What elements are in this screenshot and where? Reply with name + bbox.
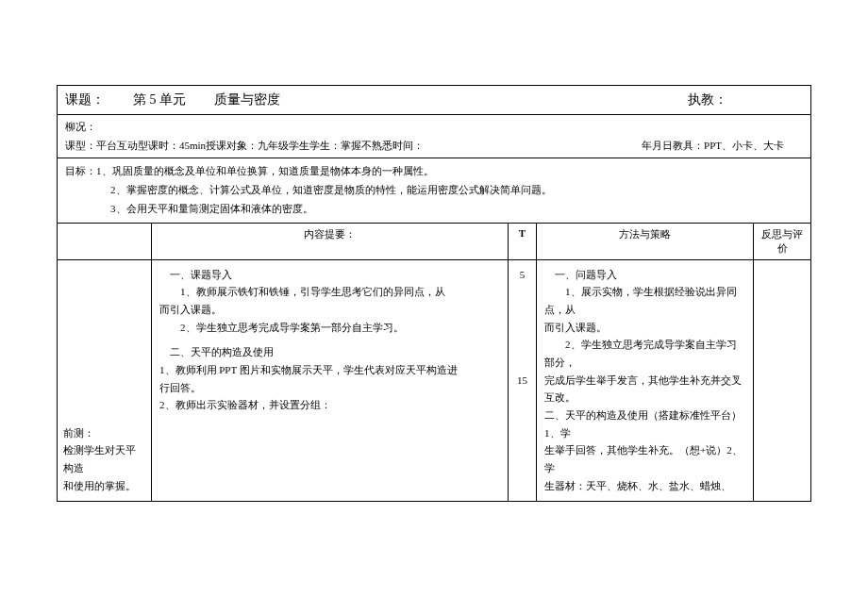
- col-header-t: T: [509, 224, 537, 259]
- content-sec2-item1b: 行回答。: [159, 379, 500, 397]
- col-header-assess: [58, 224, 152, 259]
- col-header-reflect: 反思与评价: [754, 224, 810, 259]
- spacer: [159, 336, 500, 343]
- content-cell: 一、课题导入 1、教师展示铁钉和铁锤，引导学生思考它们的异同点，从 而引入课题。…: [152, 260, 509, 501]
- meta-right: 年月日教具：PPT、小卡、大卡: [642, 138, 784, 155]
- time-val2: 15: [512, 372, 532, 390]
- objectives-row: 目标：1、巩固质量的概念及单位和单位换算，知道质量是物体本身的一种属性。 2、掌…: [58, 158, 810, 223]
- teacher-label: 执教：: [688, 91, 727, 108]
- table-body-row: 前测： 检测学生对天平构造 和使用的掌握。 一、课题导入 1、教师展示铁钉和铁锤…: [58, 260, 810, 501]
- content-sec1-item1: 1、教师展示铁钉和铁锤，引导学生思考它们的异同点，从: [159, 283, 500, 301]
- content-sec1-item2: 2、学生独立思考完成导学案第一部分自主学习。: [159, 319, 500, 337]
- pretest-cell: 前测： 检测学生对天平构造 和使用的掌握。: [58, 260, 152, 501]
- objective-3: 3、会用天平和量筒测定固体和液体的密度。: [65, 200, 803, 219]
- pretest-line3: 和使用的掌握。: [63, 477, 145, 495]
- topic-label: 课题：: [65, 91, 105, 108]
- method-sec1-item2b: 完成后学生举手发言，其他学生补充并交叉互改。: [544, 372, 745, 407]
- content-sec2-item2: 2、教师出示实验器材，并设置分组：: [159, 396, 500, 414]
- method-sec1-title: 一、问题导入: [544, 266, 745, 284]
- pretest-line1: 前测：: [63, 424, 145, 442]
- time-spacer: [512, 285, 532, 341]
- subject-title: 质量与密度: [214, 91, 280, 108]
- method-sec2-line2: 生举手回答，其他学生补充。（想+说）2、学: [544, 441, 745, 476]
- method-cell: 一、问题导入 1、展示实物，学生根据经验说出异同点，从 而引入课题。 2、学生独…: [537, 260, 754, 501]
- col-header-content: 内容提要：: [152, 224, 509, 259]
- method-sec1-item1b: 而引入课题。: [544, 319, 745, 337]
- method-sec2-line3: 生器材：天平、烧杯、水、盐水、蜡烛、: [544, 477, 745, 495]
- table-header-row: 内容提要： T 方法与策略 反思与评价: [58, 224, 810, 260]
- col-header-method: 方法与策略: [537, 224, 754, 259]
- objective-2: 2、掌握密度的概念、计算公式及单位，知道密度是物质的特性，能运用密度公式解决简单…: [65, 181, 803, 200]
- objective-1: 目标：1、巩固质量的概念及单位和单位换算，知道质量是物体本身的一种属性。: [65, 162, 803, 181]
- unit-title: 第 5 单元: [133, 91, 186, 108]
- meta-line2: 课型：平台互动型课时：45min授课对象：九年级学生学生：掌握不熟悉时间： 年月…: [65, 138, 803, 155]
- reflect-cell: [754, 260, 810, 501]
- meta-row: 柳况： 课型：平台互动型课时：45min授课对象：九年级学生学生：掌握不熟悉时间…: [58, 115, 810, 158]
- pretest-line2: 检测学生对天平构造: [63, 441, 145, 476]
- meta-line1: 柳况：: [65, 119, 803, 136]
- time-spacer2: [512, 341, 532, 372]
- header-row: 课题： 第 5 单元 质量与密度 执教：: [58, 86, 810, 115]
- method-sec1-item1: 1、展示实物，学生根据经验说出异同点，从: [544, 283, 745, 318]
- method-sec2-line1: 二、天平的构造及使用（搭建标准性平台）1、学: [544, 407, 745, 441]
- content-sec2-title: 二、天平的构造及使用: [159, 343, 500, 361]
- time-cell: 5 15: [509, 260, 537, 501]
- method-sec1-item2: 2、学生独立思考完成导学案自主学习部分，: [544, 336, 745, 371]
- meta-left: 课型：平台互动型课时：45min授课对象：九年级学生学生：掌握不熟悉时间：: [65, 138, 642, 155]
- content-sec1-title: 一、课题导入: [159, 266, 500, 284]
- lesson-plan-table: 课题： 第 5 单元 质量与密度 执教： 柳况： 课型：平台互动型课时：45mi…: [57, 85, 811, 502]
- time-val1: 5: [512, 266, 532, 284]
- content-sec1-item1b: 而引入课题。: [159, 301, 500, 319]
- content-sec2-item1: 1、教师利用 PPT 图片和实物展示天平，学生代表对应天平构造进: [159, 361, 500, 379]
